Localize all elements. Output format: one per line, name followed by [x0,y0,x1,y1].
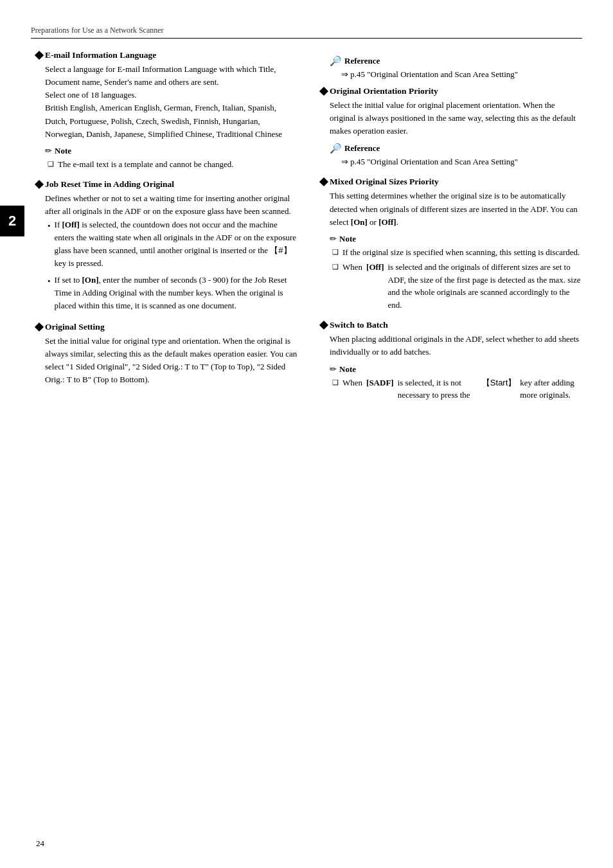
note-item-email: The e-mail text is a template and cannot… [48,158,298,171]
job-reset-bullets: • If [Off] is selected, the countdown do… [48,218,298,313]
page-number-value: 24 [36,838,44,848]
right-column: 🔎 Reference ⇒ p.45 "Original Orientation… [321,50,582,411]
section-switch-batch: Switch to Batch When placing additional … [321,320,582,401]
orig-orient-body: Select the initial value for original pl… [330,99,582,137]
diamond-icon [35,51,44,60]
email-body: Select a language for E-mail Information… [45,63,298,141]
left-column: E-mail Information Language Select a lan… [36,50,298,411]
diamond-icon [319,86,328,95]
note-icon-2: ✏ [330,234,337,244]
bullet-off-text: If [Off] is selected, the countdown does… [55,218,298,270]
note-icon-3: ✏ [330,364,337,375]
reference-block-2: 🔎 Reference ⇒ p.45 "Original Orientation… [330,143,582,168]
chapter-number: 2 [8,213,16,229]
section-email-info-lang: E-mail Information Language Select a lan… [36,50,298,170]
section-title-email: E-mail Information Language [36,50,298,60]
page-number: 24 [36,838,44,849]
ref-icon-2: 🔎 [330,143,342,154]
switch-batch-body: When placing additional originals in the… [330,333,582,359]
mixed-sizes-title: Mixed Original Sizes Priority [330,177,439,187]
chapter-tab: 2 [0,206,24,236]
bullet-off: • If [Off] is selected, the countdown do… [48,218,298,270]
ref-title-2: 🔎 Reference [330,143,582,154]
bullet-dot: • [48,220,51,233]
section-orig-orient-priority: Original Orientation Priority Select the… [321,86,582,168]
section-title-switch-batch: Switch to Batch [321,320,582,330]
diamond-icon [319,321,328,330]
section-title-original-setting: Original Setting [36,322,298,332]
ref-title-1: 🔎 Reference [330,55,582,67]
bullet-on: • If set to [On], enter the number of se… [48,274,298,312]
mixed-sizes-note: ✏ Note If the original size is specified… [330,234,582,312]
diamond-icon [319,177,328,186]
ref-body-2: ⇒ p.45 "Original Orientation and Scan Ar… [341,155,582,168]
ref-body-1: ⇒ p.45 "Original Orientation and Scan Ar… [341,68,582,81]
section-title-orig-orient: Original Orientation Priority [321,86,582,96]
note-item-batch: When [SADF] is selected, it is not neces… [332,376,582,402]
mixed-sizes-body: This setting determines whether the orig… [330,190,582,228]
section-original-setting: Original Setting Set the initial value f… [36,322,298,387]
header-text: Preparations for Use as a Network Scanne… [31,26,164,35]
bullet-dot-2: • [48,275,51,288]
section-mixed-sizes: Mixed Original Sizes Priority This setti… [321,177,582,311]
header-bar: Preparations for Use as a Network Scanne… [31,26,582,39]
original-setting-body: Set the initial value for original type … [45,335,298,387]
bullet-on-text: If set to [On], enter the number of seco… [55,274,298,312]
note-icon: ✏ [45,146,52,156]
note-title-mixed: ✏ Note [330,234,582,244]
note-item-mixed-2: When [Off] is selected and the originals… [332,261,582,311]
ref-icon-1: 🔎 [330,55,342,67]
diamond-icon [35,180,44,189]
orig-orient-title: Original Orientation Priority [330,86,438,96]
job-reset-title: Job Reset Time in Adding Original [45,179,174,190]
note-title-batch: ✏ Note [330,364,582,375]
switch-batch-note: ✏ Note When [SADF] is selected, it is no… [330,364,582,402]
reference-block-1: 🔎 Reference ⇒ p.45 "Original Orientation… [330,55,582,81]
note-title-email: ✏ Note [45,146,298,156]
content-area: E-mail Information Language Select a lan… [0,50,613,411]
diamond-icon [35,323,44,332]
section-title-job-reset: Job Reset Time in Adding Original [36,179,298,190]
original-setting-title: Original Setting [45,322,105,332]
email-note: ✏ Note The e-mail text is a template and… [45,146,298,171]
note-item-mixed-1: If the original size is specified when s… [332,246,582,259]
section-title-mixed-sizes: Mixed Original Sizes Priority [321,177,582,187]
section-job-reset: Job Reset Time in Adding Original Define… [36,179,298,312]
email-title: E-mail Information Language [45,50,156,60]
job-reset-body: Defines whether or not to set a waiting … [45,192,298,312]
page: 2 Preparations for Use as a Network Scan… [0,0,613,868]
switch-batch-title: Switch to Batch [330,320,388,330]
